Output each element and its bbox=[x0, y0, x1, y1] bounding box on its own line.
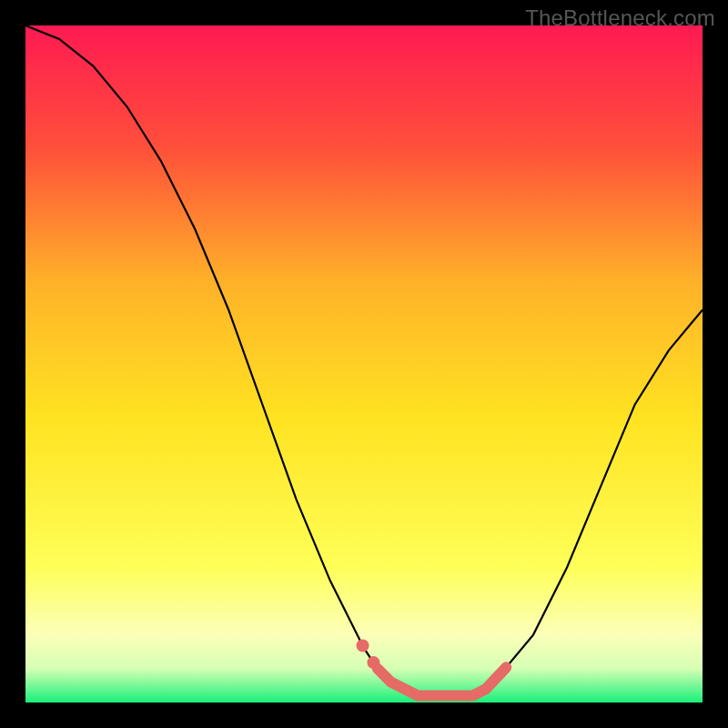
chart-frame: TheBottleneck.com bbox=[0, 0, 728, 728]
chart-svg bbox=[25, 25, 703, 703]
highlight-dot bbox=[357, 640, 369, 652]
highlight-dot bbox=[367, 656, 379, 669]
plot-area bbox=[25, 25, 703, 703]
gradient-background bbox=[25, 25, 703, 703]
